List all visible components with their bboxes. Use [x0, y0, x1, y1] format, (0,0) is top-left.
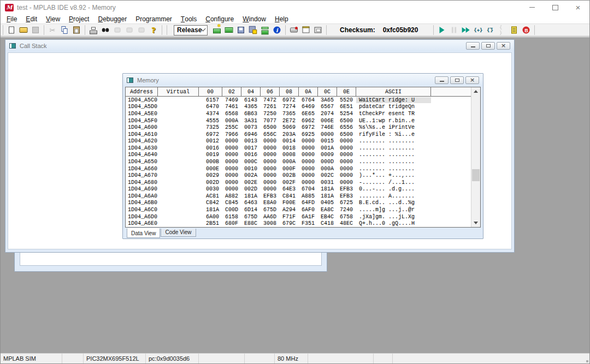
memory-hex-cell[interactable]: 7274 [280, 104, 299, 110]
memory-hex-cell[interactable]: 6556 [337, 124, 356, 130]
memory-ascii-cell[interactable]: ........ ........ [356, 159, 431, 165]
memory-hex-cell[interactable]: 4374 [199, 111, 222, 117]
memory-hex-cell[interactable]: 0008 [280, 152, 299, 158]
find-icon[interactable] [99, 25, 111, 35]
memory-hex-cell[interactable]: E88C [241, 220, 261, 226]
memory-hex-cell[interactable]: A885 [299, 193, 318, 199]
memory-address-cell[interactable]: 1D04_A620 [126, 138, 158, 144]
memory-hex-cell[interactable]: 3A65 [318, 97, 337, 103]
memory-address-cell[interactable]: 1D04_A6A0 [126, 193, 158, 199]
minimize-button[interactable] [435, 76, 449, 84]
step-over-icon[interactable] [484, 25, 496, 35]
memory-hex-cell[interactable]: 0000 [337, 180, 356, 186]
memory-hex-cell[interactable]: 2E72 [280, 118, 299, 124]
memory-ascii-cell[interactable]: ........ ........ [356, 166, 431, 172]
memory-row[interactable]: 1D04_A680002D0000002E0000002F00000031000… [126, 179, 471, 186]
memory-hex-cell[interactable]: 2074 [318, 111, 337, 117]
memory-hex-cell[interactable]: 002B [280, 172, 299, 178]
memory-row[interactable]: 1D04_A5C06157746961437472697267643A65552… [126, 97, 471, 104]
memory-hex-cell[interactable]: 000A [280, 159, 299, 165]
memory-hex-cell[interactable]: 0000 [222, 172, 241, 178]
memory-titlebar[interactable]: Memory [123, 74, 483, 86]
memory-hex-cell[interactable]: 0010 [241, 166, 261, 172]
memory-hex-cell[interactable]: F351 [299, 220, 318, 226]
memory-row[interactable]: 1D04_A610697279666946656C203A69250000650… [126, 131, 471, 138]
memory-hex-cell[interactable]: E8A0 [261, 200, 280, 206]
scrollbar-thumb[interactable] [472, 169, 480, 181]
memory-row[interactable]: 1D04_A6E02B51680FE88C3008679CF351C41848E… [126, 220, 471, 227]
memory-hex-cell[interactable]: 0012 [199, 138, 222, 144]
memory-hex-cell[interactable]: 0030 [199, 186, 222, 192]
memory-address-cell[interactable]: 1D04_A610 [126, 132, 158, 138]
memory-row[interactable]: 1D04_A5E0437465686B63725073656E652074525… [126, 110, 471, 117]
memory-address-cell[interactable]: 1D04_A670 [126, 172, 158, 178]
memory-hex-cell[interactable]: 6A1F [299, 214, 318, 220]
memory-hex-cell[interactable]: 006E [318, 118, 337, 124]
memory-ascii-cell[interactable]: 0...-... .d.g.... [356, 186, 431, 192]
memory-hex-cell[interactable]: 5254 [337, 111, 356, 117]
memory-row[interactable]: 1D04_A6A0AC81A882181AEFB3C841A885181AEFB… [126, 193, 471, 200]
memory-hex-cell[interactable]: 0000 [299, 138, 318, 144]
memory-hex-cell[interactable]: F00E [280, 200, 299, 206]
memory-hex-cell[interactable]: 002C [318, 172, 337, 178]
build-all-icon[interactable] [247, 25, 259, 35]
close-button[interactable] [465, 76, 479, 84]
menu-window[interactable]: Window [238, 14, 270, 23]
memory-address-cell[interactable]: 1D04_A630 [126, 145, 158, 151]
memory-ascii-cell[interactable]: tCheckPr esent TR [356, 111, 431, 117]
open-project-icon[interactable] [223, 25, 235, 35]
column-header-0c[interactable]: 0C [318, 87, 337, 96]
memory-hex-cell[interactable]: 4365 [241, 104, 261, 110]
tab-data-view[interactable]: Data View [127, 228, 160, 238]
memory-hex-cell[interactable]: 0018 [280, 145, 299, 151]
menu-project[interactable]: Project [64, 14, 93, 23]
memory-hex-cell[interactable]: 181A [241, 193, 261, 199]
memory-row[interactable]: 1D04_A67000290000002A0000002B0000002C000… [126, 172, 471, 179]
memory-hex-cell[interactable]: C418 [318, 220, 337, 226]
memory-hex-cell[interactable]: 6946 [241, 132, 261, 138]
memory-ascii-cell[interactable]: Q+.h...0 .gQ....H [356, 220, 431, 226]
column-header-06[interactable]: 06 [261, 87, 280, 96]
memory-row[interactable]: 1D04_A69000300000002D000064E36704181AEFB… [126, 186, 471, 193]
memory-row[interactable]: 1D04_A6B0C842C8456463E8A0F00E64FD0405672… [126, 200, 471, 207]
memory-hex-cell[interactable]: 0000 [261, 138, 280, 144]
memory-hex-cell[interactable]: 0000 [222, 166, 241, 172]
memory-hex-cell[interactable]: 0000 [337, 152, 356, 158]
memory-hex-cell[interactable]: EB4C [318, 214, 337, 220]
memory-hex-cell[interactable]: 7250 [261, 111, 280, 117]
memory-hex-cell[interactable]: F71F [280, 214, 299, 220]
memory-hex-cell[interactable]: 203A [280, 132, 299, 138]
scroll-up-icon[interactable] [471, 87, 480, 96]
memory-hex-cell[interactable]: 0000 [337, 138, 356, 144]
help-icon[interactable] [148, 25, 160, 35]
memory-hex-cell[interactable]: 001A [318, 145, 337, 151]
memory-hex-cell[interactable]: 000A [222, 118, 241, 124]
memory-hex-cell[interactable]: 7469 [222, 97, 241, 103]
memory-address-cell[interactable]: 1D04_A680 [126, 180, 158, 186]
column-header-0a[interactable]: 0A [299, 87, 318, 96]
memory-address-cell[interactable]: 1D04_A6D0 [126, 214, 158, 220]
memory-hex-cell[interactable]: 6962 [299, 118, 318, 124]
open-file-icon[interactable] [17, 25, 30, 35]
memory-hex-cell[interactable]: 6500 [337, 132, 356, 138]
memory-hex-cell[interactable]: 6470 [199, 104, 222, 110]
memory-ascii-cell[interactable]: ........ ........ [356, 152, 431, 158]
breakpoints-icon[interactable] [520, 25, 532, 35]
memory-hex-cell[interactable]: 0000 [299, 159, 318, 165]
memory-hex-cell[interactable]: 0073 [241, 124, 261, 130]
memory-hex-cell[interactable]: 0000 [261, 145, 280, 151]
memory-hex-cell[interactable]: 6567 [318, 104, 337, 110]
memory-hex-cell[interactable]: 7261 [261, 104, 280, 110]
copy-icon[interactable] [58, 25, 70, 35]
memory-hex-cell[interactable]: 0000 [261, 152, 280, 158]
memory-hex-cell[interactable]: 5069 [280, 124, 299, 130]
new-file-icon[interactable] [5, 25, 17, 35]
column-header-virtual[interactable]: Virtual [158, 87, 199, 96]
memory-hex-cell[interactable]: 7966 [222, 132, 241, 138]
menu-view[interactable]: View [42, 14, 64, 23]
memory-hex-cell[interactable]: 6469 [299, 104, 318, 110]
close-button[interactable] [567, 1, 589, 14]
memory-hex-cell[interactable]: 000F [280, 166, 299, 172]
memory-hex-cell[interactable]: 6500 [261, 124, 280, 130]
minimize-button[interactable] [466, 42, 480, 50]
